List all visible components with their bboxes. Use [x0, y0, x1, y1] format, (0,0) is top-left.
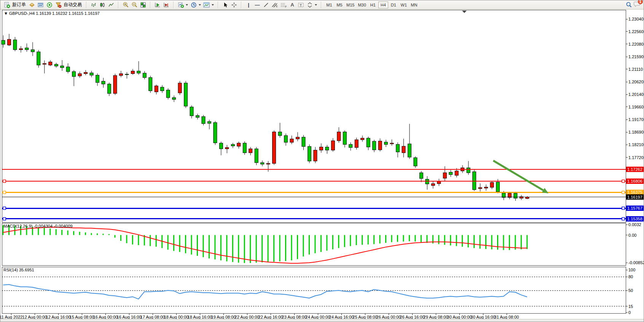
- text-label-button[interactable]: T: [297, 1, 305, 9]
- template-icon: [203, 2, 210, 8]
- separator: [218, 2, 218, 8]
- timeframe-m30-button[interactable]: M30: [356, 2, 367, 8]
- timeframe-m1-button[interactable]: M1: [324, 2, 334, 8]
- timeframe-group: M1M5M15M30H1H4D1W1MN: [324, 1, 420, 9]
- svg-text:1.22560: 1.22560: [628, 29, 644, 34]
- arrows-dropdown-caret[interactable]: [315, 4, 317, 6]
- chat-button[interactable]: 1: [633, 1, 641, 9]
- autotrade-button[interactable]: [54, 1, 62, 9]
- terminal-window: 新订单: [0, 0, 644, 322]
- line-chart-button[interactable]: [107, 1, 115, 9]
- fibonacci-button[interactable]: F: [279, 1, 288, 9]
- timeframe-m5-button[interactable]: M5: [335, 2, 344, 8]
- main-toolbar: 新订单: [0, 0, 644, 10]
- new-order-label[interactable]: 新订单: [11, 2, 27, 8]
- signals-button[interactable]: [45, 1, 54, 9]
- svg-text:100: 100: [628, 268, 635, 272]
- channel-icon: E: [271, 2, 278, 8]
- periods-dropdown-caret[interactable]: [199, 4, 201, 6]
- trendline-button[interactable]: [262, 1, 270, 9]
- svg-text:1.20140: 1.20140: [628, 92, 644, 97]
- channel-button[interactable]: E: [271, 1, 279, 9]
- styler-button[interactable]: [28, 1, 36, 9]
- zoom-in-icon: [123, 2, 129, 8]
- svg-text:▼ GBPUSD-,H4 1.16139 1.16232: ▼ GBPUSD-,H4 1.16139 1.16232 1.16115 1.1…: [4, 11, 100, 16]
- terminal-icon: [38, 2, 44, 8]
- svg-text:1.19170: 1.19170: [628, 117, 644, 122]
- signals-icon: [46, 2, 53, 8]
- svg-text:F: F: [285, 5, 287, 8]
- svg-text:1.16806: 1.16806: [627, 179, 642, 183]
- separator: [86, 2, 87, 8]
- search-button[interactable]: [625, 1, 633, 9]
- cursor-button[interactable]: [221, 1, 230, 9]
- vertical-line-button[interactable]: |: [244, 1, 253, 9]
- cursor-group: [220, 1, 239, 9]
- status-strip: [0, 319, 644, 322]
- search-icon: [626, 2, 632, 8]
- timeframe-w1-button[interactable]: W1: [399, 2, 409, 8]
- svg-text:T: T: [300, 3, 302, 7]
- svg-text:1.19660: 1.19660: [628, 105, 644, 109]
- timeframe-d1-button[interactable]: D1: [389, 2, 399, 8]
- svg-text:E: E: [276, 5, 278, 8]
- svg-text:1.15358: 1.15358: [627, 217, 642, 221]
- tile-windows-button[interactable]: [139, 1, 147, 9]
- arrows-button[interactable]: [306, 1, 314, 9]
- candlestick-button[interactable]: [98, 1, 107, 9]
- bar-chart-icon: [91, 2, 97, 8]
- svg-text:1.18210: 1.18210: [628, 142, 644, 147]
- new-order-button[interactable]: [3, 1, 11, 9]
- text-label-icon: T: [298, 2, 304, 8]
- price-chart[interactable]: 1.230401.225601.220801.215901.211101.206…: [0, 10, 644, 320]
- insert-group: [176, 1, 216, 9]
- autotrade-label[interactable]: 自动交易: [63, 2, 83, 8]
- zoom-in-button[interactable]: [121, 1, 130, 9]
- svg-text:MACD(12,26,9) -0.004304 -0.004: MACD(12,26,9) -0.004304 -0.004009: [3, 224, 73, 228]
- horizontal-line-button[interactable]: —: [253, 1, 261, 9]
- chart-shift-button[interactable]: [162, 1, 171, 9]
- indicators-button[interactable]: [177, 1, 185, 9]
- notification-badge[interactable]: 1: [638, 0, 643, 4]
- timeframe-h4-button[interactable]: H4: [378, 2, 388, 8]
- periods-button[interactable]: [190, 1, 198, 9]
- styler-icon: [29, 2, 35, 8]
- zoom-out-icon: [131, 2, 138, 8]
- zoom-group: [121, 1, 148, 9]
- auto-scroll-button[interactable]: [153, 1, 162, 9]
- templates-button[interactable]: [202, 1, 211, 9]
- arrows-icon: [307, 2, 313, 8]
- svg-text:RSI(14) 35.6951: RSI(14) 35.6951: [3, 268, 34, 272]
- svg-text:80: 80: [628, 274, 633, 279]
- bar-chart-button[interactable]: [89, 1, 98, 9]
- line-chart-icon: [108, 2, 114, 8]
- svg-text:1.16375: 1.16375: [627, 190, 642, 194]
- auto-scroll-icon: [155, 2, 161, 8]
- timeframe-h1-button[interactable]: H1: [368, 2, 378, 8]
- svg-text:1.17262: 1.17262: [627, 167, 642, 172]
- templates-dropdown-caret[interactable]: [212, 4, 214, 6]
- svg-text:1.16197: 1.16197: [627, 195, 642, 199]
- indicators-dropdown-caret[interactable]: [186, 4, 188, 6]
- chart-type-group: [89, 1, 116, 9]
- zoom-out-button[interactable]: [130, 1, 139, 9]
- separator: [150, 2, 151, 8]
- separator: [173, 2, 174, 8]
- svg-text:50: 50: [628, 288, 633, 293]
- separator: [241, 2, 242, 8]
- timeframe-mn-button[interactable]: MN: [409, 2, 419, 8]
- timeframe-m15-button[interactable]: M15: [345, 2, 356, 8]
- separator: [118, 2, 119, 8]
- crosshair-button[interactable]: [230, 1, 238, 9]
- trendline-icon: [263, 2, 269, 8]
- candlestick-icon: [99, 2, 105, 8]
- order-group: 新订单: [2, 1, 84, 9]
- text-button[interactable]: A: [288, 1, 296, 9]
- objects-group: | — E F A: [244, 1, 319, 9]
- fibonacci-icon: F: [280, 2, 287, 8]
- scroll-group: [153, 1, 171, 9]
- crosshair-icon: [231, 2, 237, 8]
- svg-text:1.22080: 1.22080: [628, 42, 644, 46]
- terminal-button[interactable]: [37, 1, 45, 9]
- svg-text:-0.008529: -0.008529: [628, 260, 644, 265]
